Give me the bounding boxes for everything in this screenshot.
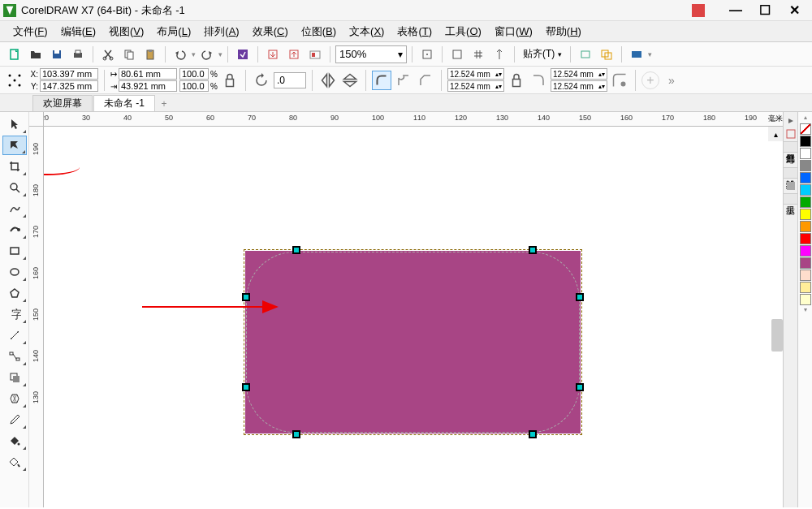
color-swatch[interactable] bbox=[800, 294, 811, 305]
drop-shadow-tool[interactable] bbox=[2, 368, 27, 387]
corner-scallop-button[interactable] bbox=[394, 71, 413, 90]
connector-tool[interactable] bbox=[2, 347, 27, 366]
tab-document[interactable]: 未命名 -1 bbox=[93, 95, 155, 111]
menu-tools[interactable]: 工具(O) bbox=[438, 22, 488, 41]
menu-table[interactable]: 表格(T) bbox=[391, 22, 438, 41]
node-handle[interactable] bbox=[292, 430, 300, 438]
launch-button[interactable] bbox=[597, 45, 616, 64]
open-button[interactable] bbox=[26, 45, 45, 64]
docker-guidelines[interactable]: 辅助线 bbox=[783, 167, 798, 179]
crop-tool[interactable] bbox=[2, 157, 27, 176]
color-swatch[interactable] bbox=[800, 257, 811, 269]
options-button[interactable] bbox=[576, 45, 595, 64]
node-handle[interactable] bbox=[576, 383, 584, 391]
polygon-tool[interactable] bbox=[2, 283, 27, 303]
menu-view[interactable]: 视图(V) bbox=[102, 22, 150, 41]
corner-tl-input[interactable]: 12.524 mm▴▾ bbox=[447, 68, 504, 80]
color-swatch[interactable] bbox=[800, 136, 811, 147]
maximize-button[interactable]: ☐ bbox=[750, 1, 780, 20]
angle-input[interactable] bbox=[274, 72, 306, 88]
copy-button[interactable] bbox=[119, 45, 139, 64]
docker-guide-icon[interactable] bbox=[785, 154, 797, 166]
palette-up-icon[interactable]: ▴ bbox=[804, 114, 807, 123]
scale-y-input[interactable] bbox=[179, 80, 209, 92]
scroll-up-button[interactable]: ▴ bbox=[768, 127, 783, 141]
node-handle[interactable] bbox=[529, 246, 537, 254]
shape-tool[interactable] bbox=[2, 136, 27, 155]
relative-corner-button[interactable] bbox=[610, 71, 629, 90]
zoom-combo[interactable]: ▾ bbox=[335, 45, 407, 63]
drawing-canvas[interactable] bbox=[44, 127, 768, 507]
pick-tool[interactable] bbox=[2, 114, 27, 134]
menu-bitmap[interactable]: 位图(B) bbox=[295, 22, 343, 41]
smart-fill-tool[interactable] bbox=[2, 452, 27, 472]
fullscreen-button[interactable] bbox=[417, 45, 437, 64]
rectangle-tool[interactable] bbox=[2, 241, 27, 261]
transparency-tool[interactable] bbox=[2, 389, 27, 408]
color-swatch[interactable] bbox=[800, 184, 811, 196]
paste-button[interactable] bbox=[140, 45, 160, 64]
close-button[interactable]: ✕ bbox=[780, 1, 809, 20]
export-button[interactable] bbox=[284, 45, 304, 64]
menu-help[interactable]: 帮助(H) bbox=[539, 22, 588, 41]
color-swatch[interactable] bbox=[800, 233, 811, 244]
publish-button[interactable] bbox=[305, 45, 325, 64]
menu-layout[interactable]: 布局(L) bbox=[150, 22, 197, 41]
docker-hint-icon[interactable] bbox=[785, 180, 797, 192]
fill-tool[interactable] bbox=[2, 431, 27, 451]
lock-ratio-button[interactable] bbox=[220, 71, 240, 90]
text-tool[interactable]: 字 bbox=[2, 304, 27, 324]
snap-dropdown[interactable]: 贴齐(T) ▾ bbox=[520, 47, 565, 61]
undo-button[interactable] bbox=[171, 45, 190, 64]
snap-guide-button[interactable] bbox=[447, 45, 467, 64]
expand-docker-icon[interactable] bbox=[785, 115, 797, 127]
menu-file[interactable]: 文件(F) bbox=[6, 22, 54, 41]
x-position-input[interactable] bbox=[40, 68, 98, 80]
color-swatch[interactable] bbox=[800, 245, 811, 257]
parallel-dim-tool[interactable] bbox=[2, 326, 27, 345]
node-handle[interactable] bbox=[529, 430, 537, 438]
docker-object-properties[interactable]: 对象属性 bbox=[783, 141, 798, 153]
artistic-media-tool[interactable] bbox=[2, 220, 27, 239]
corner-chamfer-button[interactable] bbox=[416, 71, 435, 90]
node-handle[interactable] bbox=[576, 293, 584, 301]
corner-br-input[interactable]: 12.524 mm▴▾ bbox=[551, 80, 607, 92]
node-handle[interactable] bbox=[292, 246, 300, 254]
import-button[interactable] bbox=[263, 45, 283, 64]
color-swatch[interactable] bbox=[800, 209, 811, 220]
color-swatch[interactable] bbox=[800, 148, 811, 159]
color-swatch[interactable] bbox=[800, 221, 811, 232]
save-button[interactable] bbox=[47, 45, 67, 64]
docker-hints[interactable]: 提示 bbox=[783, 193, 798, 205]
zoom-input[interactable] bbox=[339, 48, 388, 60]
corner-bl-input[interactable]: 12.524 mm▴▾ bbox=[447, 80, 504, 92]
y-position-input[interactable] bbox=[40, 80, 98, 92]
ruler-origin[interactable] bbox=[29, 112, 44, 127]
color-swatch[interactable] bbox=[800, 196, 811, 208]
color-swatch[interactable] bbox=[800, 160, 811, 171]
new-button[interactable] bbox=[5, 45, 24, 64]
color-swatch[interactable] bbox=[800, 123, 811, 135]
add-button[interactable]: + bbox=[641, 71, 659, 89]
menu-arrange[interactable]: 排列(A) bbox=[197, 22, 245, 41]
vertical-scrollbar-thumb[interactable] bbox=[771, 319, 783, 352]
docker-icon[interactable] bbox=[785, 128, 797, 140]
color-swatch[interactable] bbox=[800, 282, 811, 293]
redo-button[interactable] bbox=[197, 45, 217, 64]
cut-button[interactable] bbox=[98, 45, 118, 64]
menu-window[interactable]: 窗口(W) bbox=[488, 22, 539, 41]
menu-effects[interactable]: 效果(C) bbox=[246, 22, 295, 41]
minimize-button[interactable]: — bbox=[721, 1, 750, 20]
print-button[interactable] bbox=[68, 45, 88, 64]
tab-welcome[interactable]: 欢迎屏幕 bbox=[32, 95, 93, 111]
height-input[interactable] bbox=[119, 80, 177, 92]
tab-add-button[interactable]: + bbox=[156, 97, 172, 111]
user-avatar-icon[interactable] bbox=[692, 4, 705, 17]
corner-lock-button[interactable] bbox=[507, 71, 526, 90]
app-button[interactable] bbox=[627, 45, 646, 64]
menu-text[interactable]: 文本(X) bbox=[343, 22, 391, 41]
selected-rectangle[interactable] bbox=[245, 251, 581, 434]
search-button[interactable] bbox=[233, 45, 253, 64]
ellipse-tool[interactable] bbox=[2, 262, 27, 282]
mirror-v-button[interactable] bbox=[340, 71, 360, 90]
